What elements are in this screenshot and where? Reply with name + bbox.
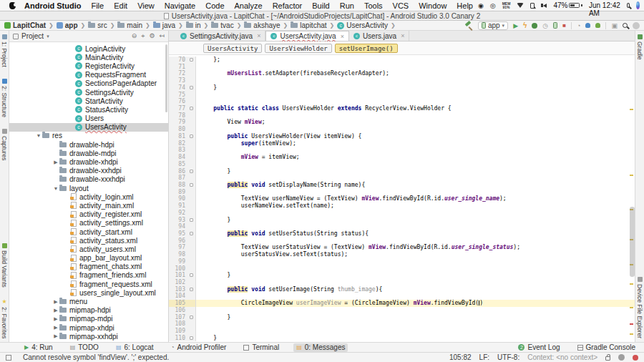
fold-marker-icon[interactable]: [190, 183, 193, 187]
code-line[interactable]: 108: [169, 321, 635, 328]
close-icon[interactable]: ×: [401, 32, 404, 39]
editor-tab[interactable]: cSettingsActivity.java×: [176, 31, 265, 41]
encoding-select[interactable]: UTF-8:: [497, 353, 519, 361]
stripe-button-captures[interactable]: Captures: [1, 129, 8, 161]
caret-position[interactable]: 105:82: [449, 353, 472, 361]
code-line[interactable]: 83: [169, 147, 635, 154]
tree-item[interactable]: app_bar_layout.xml: [9, 254, 168, 263]
code-line[interactable]: 82 super(itemView);: [169, 140, 635, 147]
code-line[interactable]: 100: [169, 265, 635, 273]
toolwindow-button-run[interactable]: ▶4: Run: [21, 343, 56, 352]
menubar-clock[interactable]: Wed 21 Jun 12:42 AM: [589, 0, 620, 17]
tree-item[interactable]: ▶mipmap-mdpi: [9, 315, 168, 323]
tree-item[interactable]: cUsers: [9, 114, 168, 123]
toolwindow-button-gradle-console[interactable]: Gradle Console: [575, 343, 638, 352]
menu-analyze[interactable]: Analyze: [230, 1, 268, 10]
project-view-select[interactable]: Project: [21, 32, 44, 40]
chevron-right-icon[interactable]: ▶: [52, 316, 59, 322]
code-line[interactable]: 73: [169, 77, 635, 84]
code-line[interactable]: 86 }: [169, 168, 635, 175]
breadcrumb-item[interactable]: cUsersActivity: [337, 21, 388, 29]
code-line[interactable]: 90 TextView userNameView = (TextView) mV…: [169, 195, 635, 202]
screen-record-icon[interactable]: ◉: [478, 2, 484, 9]
fold-marker-icon[interactable]: [190, 315, 193, 319]
tree-item[interactable]: activity_login.xml: [9, 192, 168, 201]
code-line[interactable]: 77 public static class UsersViewHolder e…: [169, 105, 635, 112]
chevron-right-icon[interactable]: ▶: [52, 299, 59, 305]
code-breadcrumb-chip[interactable]: setUserImage(): [335, 44, 398, 53]
code-line[interactable]: 105 CircleImageView userImageView = (Cir…: [169, 300, 635, 307]
tree-item[interactable]: cStatusActivity: [9, 105, 168, 114]
breadcrumb-item[interactable]: akshaye: [244, 21, 280, 29]
fold-marker-icon[interactable]: [190, 170, 193, 173]
breadcrumb-item[interactable]: LapitChat: [4, 21, 46, 29]
breadcrumb-item[interactable]: lapitchat: [291, 21, 326, 29]
tree-item[interactable]: cSectionsPagerAdapter: [9, 79, 168, 88]
tree-item[interactable]: cRegisterActivity: [9, 62, 168, 70]
code-line[interactable]: 78: [169, 112, 635, 119]
code-line[interactable]: 94: [169, 223, 635, 230]
code-line[interactable]: 103 public void setUserImage(String thum…: [169, 286, 635, 293]
menu-run[interactable]: Run: [335, 1, 359, 10]
tree-item[interactable]: activity_status.xml: [9, 236, 168, 245]
fold-marker-icon[interactable]: [190, 336, 193, 340]
fold-marker-icon[interactable]: [190, 288, 193, 291]
code-line[interactable]: 97 TextView userStatusView = (TextView) …: [169, 244, 635, 251]
fold-marker-icon[interactable]: [190, 58, 193, 62]
code-breadcrumb-chip[interactable]: UsersViewHolder: [265, 44, 331, 53]
tree-item[interactable]: ▼res: [9, 132, 168, 140]
tree-item[interactable]: cLoginActivity: [9, 44, 168, 53]
apply-changes-button[interactable]: ϟ: [523, 21, 527, 29]
code-line[interactable]: 79 View mView;: [169, 119, 635, 126]
toolwindow-button-todo[interactable]: ▤TODO: [67, 343, 102, 352]
chevron-down-icon[interactable]: ▼: [35, 133, 42, 138]
breadcrumb-item[interactable]: src: [88, 21, 107, 29]
line-ending-select[interactable]: LF:: [479, 353, 489, 361]
fold-marker-icon[interactable]: [190, 134, 193, 138]
context-widget[interactable]: Context: <no context>: [527, 353, 597, 361]
menu-refactor[interactable]: Refactor: [268, 1, 308, 10]
editor-tab[interactable]: cUsers.java×: [349, 31, 410, 41]
code-line[interactable]: 80: [169, 126, 635, 133]
attach-debugger-button[interactable]: [553, 22, 557, 29]
code-line[interactable]: 107 }: [169, 314, 635, 321]
tree-item[interactable]: cSettingsActivity: [9, 88, 168, 97]
close-icon[interactable]: ×: [257, 32, 260, 39]
tree-item[interactable]: activity_start.xml: [9, 228, 168, 236]
menu-file[interactable]: File: [86, 1, 109, 10]
volume-icon[interactable]: [543, 4, 547, 8]
stripe-button-1-project[interactable]: 1: Project: [1, 34, 8, 67]
code-line[interactable]: 109: [169, 328, 635, 335]
code-line[interactable]: 104: [169, 293, 635, 300]
tree-item[interactable]: fragment_chats.xml: [9, 263, 168, 271]
tree-scrollbar[interactable]: [165, 44, 167, 112]
tree-item[interactable]: drawable-xxxhdpi: [9, 175, 168, 184]
error-indicator-icon[interactable]: [633, 355, 638, 361]
code-line[interactable]: 84 mView = itemView;: [169, 154, 635, 161]
code-line[interactable]: 91 userNameView.setText(name);: [169, 202, 635, 210]
make-project-button[interactable]: [464, 21, 473, 29]
code-editor[interactable]: 70 };7172 mUsersList.setAdapter(firebase…: [169, 55, 635, 342]
collapse-all-icon[interactable]: ⊖: [132, 32, 137, 40]
sync-project-button[interactable]: [585, 23, 590, 28]
tree-item[interactable]: users_single_layout.xml: [9, 288, 168, 297]
sync-status-icon[interactable]: ◎: [490, 2, 496, 9]
hide-panel-icon[interactable]: ↤: [159, 32, 165, 40]
wifi-icon[interactable]: [517, 3, 524, 8]
tree-item[interactable]: drawable-xxhdpi: [9, 167, 168, 175]
fold-marker-icon[interactable]: [190, 273, 193, 277]
run-configuration-select[interactable]: app ▾: [478, 21, 508, 30]
code-line[interactable]: 70 };: [169, 57, 635, 64]
chevron-right-icon[interactable]: ▶: [52, 325, 59, 331]
lock-icon[interactable]: [605, 356, 610, 361]
fold-marker-icon[interactable]: [190, 107, 193, 110]
android-profiler-button[interactable]: ◔: [577, 22, 580, 29]
menu-help[interactable]: Help: [452, 1, 478, 10]
chevron-right-icon[interactable]: ▶: [52, 160, 59, 165]
menu-navigate[interactable]: Navigate: [160, 1, 200, 10]
code-line[interactable]: 89: [169, 189, 635, 196]
toolwindow-button-logcat[interactable]: ▤6: Logcat: [113, 343, 157, 352]
toggle-tool-windows-icon[interactable]: [6, 355, 11, 361]
siri-icon[interactable]: [636, 1, 640, 9]
breadcrumb-item[interactable]: tvac: [211, 21, 233, 29]
